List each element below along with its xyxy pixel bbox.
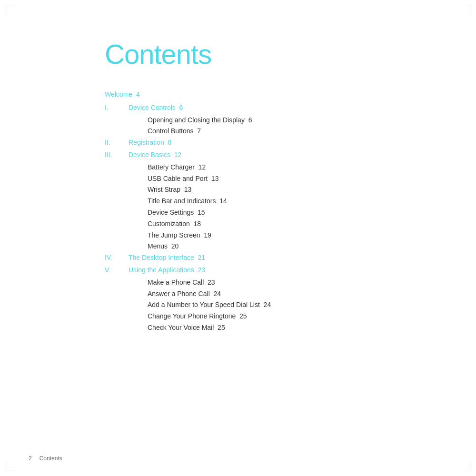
- toc-subsection-1-1: Opening and Closing the Display 6: [105, 115, 390, 126]
- toc-subsection-5-2: Answer a Phone Call 24: [105, 288, 390, 300]
- toc-section-3: III. Device Basics 12: [105, 149, 390, 161]
- toc-subsection-3-2: USB Cable and Port 13: [105, 173, 390, 185]
- section-4-title: The Desktop Interface 21: [129, 252, 205, 264]
- toc-subsection-5-3: Add a Number to Your Speed Dial List 24: [105, 299, 390, 311]
- footer-label: Contents: [40, 455, 62, 462]
- welcome-page: 4: [136, 89, 140, 100]
- toc-section-5: V. Using the Applications 23: [105, 265, 390, 276]
- toc-section-2: II. Registration 8: [105, 137, 390, 149]
- section-1-title: Device Controls 6: [129, 102, 183, 114]
- toc-subsection-5-4: Change Your Phone Ringtone 25: [105, 311, 390, 322]
- section-4-numeral: IV.: [105, 252, 129, 264]
- section-1-numeral: I.: [105, 102, 129, 114]
- toc-subsection-5-1: Make a Phone Call 23: [105, 277, 390, 288]
- toc-welcome: Welcome 4: [105, 89, 390, 100]
- toc-subsection-3-6: Customization 18: [105, 218, 390, 230]
- toc-subsection-5-5: Check Your Voice Mail 25: [105, 322, 390, 334]
- page-footer: 2 Contents: [29, 455, 62, 462]
- corner-mark-top-right: [461, 6, 470, 15]
- toc-subsection-3-7: The Jump Screen 19: [105, 230, 390, 241]
- corner-mark-top-left: [6, 6, 15, 15]
- table-of-contents: Welcome 4 I. Device Controls 6 Opening a…: [105, 89, 390, 334]
- page-title: Contents: [105, 38, 390, 70]
- corner-mark-bottom-right: [461, 461, 470, 470]
- toc-subsection-3-8: Menus 20: [105, 241, 390, 252]
- toc-subsection-3-5: Device Settings 15: [105, 207, 390, 218]
- toc-subsection-3-3: Wrist Strap 13: [105, 184, 390, 196]
- footer-page-number: 2: [29, 455, 32, 462]
- section-3-numeral: III.: [105, 149, 129, 161]
- toc-subsection-3-1: Battery Charger 12: [105, 162, 390, 173]
- toc-section-1: I. Device Controls 6: [105, 102, 390, 114]
- toc-section-4: IV. The Desktop Interface 21: [105, 252, 390, 264]
- section-2-numeral: II.: [105, 137, 129, 149]
- corner-mark-bottom-left: [6, 461, 15, 470]
- toc-subsection-1-2: Control Buttons 7: [105, 126, 390, 137]
- toc-subsection-3-4: Title Bar and Indicators 14: [105, 196, 390, 207]
- section-3-title: Device Basics 12: [129, 149, 181, 161]
- section-2-title: Registration 8: [129, 137, 171, 149]
- welcome-label: Welcome: [105, 89, 132, 100]
- section-5-numeral: V.: [105, 265, 129, 276]
- section-5-title: Using the Applications 23: [129, 265, 205, 276]
- page-content: Contents Welcome 4 I. Device Controls 6 …: [105, 38, 390, 334]
